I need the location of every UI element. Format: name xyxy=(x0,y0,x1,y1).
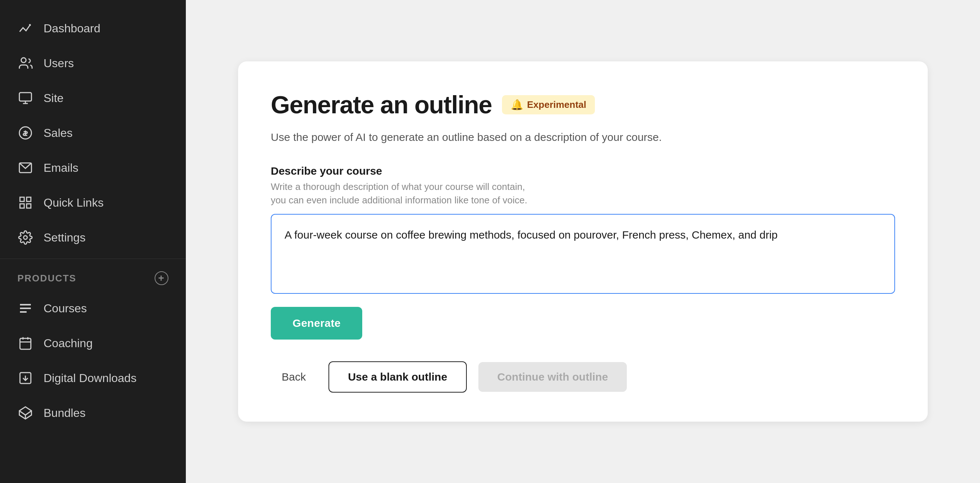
svg-point-0 xyxy=(21,58,26,62)
sidebar-item-users[interactable]: Users xyxy=(0,46,186,81)
sidebar-item-digital-downloads[interactable]: Digital Downloads xyxy=(0,360,186,395)
sidebar-label-site: Site xyxy=(43,91,64,105)
sidebar-navigation: Dashboard Users Site Sales xyxy=(0,0,186,441)
experimental-badge: 🔔 Experimental xyxy=(502,95,595,115)
card-footer: Back Use a blank outline Continue with o… xyxy=(271,361,895,392)
svg-point-11 xyxy=(24,236,27,239)
sidebar-label-bundles: Bundles xyxy=(43,406,86,420)
use-blank-outline-button[interactable]: Use a blank outline xyxy=(328,361,467,392)
card-header: Generate an outline 🔔 Experimental xyxy=(271,91,895,119)
calendar-icon xyxy=(18,335,33,351)
sidebar-item-emails[interactable]: Emails xyxy=(0,150,186,185)
sidebar-item-quick-links[interactable]: Quick Links xyxy=(0,185,186,220)
sidebar-item-settings[interactable]: Settings xyxy=(0,220,186,255)
products-section-label: PRODUCTS xyxy=(18,273,76,284)
svg-rect-1 xyxy=(19,92,31,101)
svg-rect-8 xyxy=(27,197,31,202)
sidebar-item-site[interactable]: Site xyxy=(0,81,186,115)
sidebar-item-bundles[interactable]: Bundles xyxy=(0,395,186,430)
sidebar-item-courses[interactable]: Courses xyxy=(0,291,186,326)
sidebar-item-sales[interactable]: Sales xyxy=(0,115,186,150)
sidebar-label-dashboard: Dashboard xyxy=(43,22,100,35)
continue-with-outline-button[interactable]: Continue with outline xyxy=(478,362,627,392)
dollar-circle-icon xyxy=(18,125,33,141)
grid-icon xyxy=(18,194,33,210)
page-title: Generate an outline xyxy=(271,91,492,119)
svg-rect-15 xyxy=(20,338,31,349)
card-subtitle: Use the power of AI to generate an outli… xyxy=(271,129,895,145)
svg-rect-9 xyxy=(20,204,24,208)
chart-line-icon xyxy=(18,20,33,36)
main-content: Generate an outline 🔔 Experimental Use t… xyxy=(186,0,980,483)
sidebar-label-coaching: Coaching xyxy=(43,336,92,350)
sidebar-label-users: Users xyxy=(43,57,74,70)
sidebar-label-digital-downloads: Digital Downloads xyxy=(43,371,137,385)
generate-outline-card: Generate an outline 🔔 Experimental Use t… xyxy=(238,61,928,422)
monitor-icon xyxy=(18,90,33,106)
sidebar-label-settings: Settings xyxy=(43,231,86,244)
svg-rect-7 xyxy=(20,197,24,202)
courses-icon xyxy=(18,300,33,316)
gear-icon xyxy=(18,230,33,245)
svg-rect-10 xyxy=(27,204,31,208)
sidebar-label-emails: Emails xyxy=(43,161,78,175)
sidebar-label-quick-links: Quick Links xyxy=(43,196,103,210)
add-product-button[interactable]: + xyxy=(154,271,169,285)
products-section-header: PRODUCTS + xyxy=(0,263,186,291)
back-button[interactable]: Back xyxy=(271,363,317,391)
download-box-icon xyxy=(18,370,33,386)
field-label: Describe your course xyxy=(271,165,895,177)
sidebar-divider xyxy=(0,258,186,259)
course-description-input[interactable]: A four-week course on coffee brewing met… xyxy=(285,226,881,270)
badge-label: Experimental xyxy=(527,99,586,110)
sidebar: Dashboard Users Site Sales xyxy=(0,0,186,483)
generate-button[interactable]: Generate xyxy=(271,307,362,340)
envelope-icon xyxy=(18,160,33,176)
course-description-wrapper[interactable]: A four-week course on coffee brewing met… xyxy=(271,214,895,294)
sidebar-item-coaching[interactable]: Coaching xyxy=(0,326,186,360)
users-icon xyxy=(18,55,33,71)
sidebar-item-dashboard[interactable]: Dashboard xyxy=(0,11,186,46)
sidebar-label-sales: Sales xyxy=(43,126,73,140)
sidebar-label-courses: Courses xyxy=(43,302,87,315)
badge-icon: 🔔 xyxy=(511,99,523,111)
field-hint: Write a thorough description of what you… xyxy=(271,180,895,207)
bundles-icon xyxy=(18,405,33,421)
